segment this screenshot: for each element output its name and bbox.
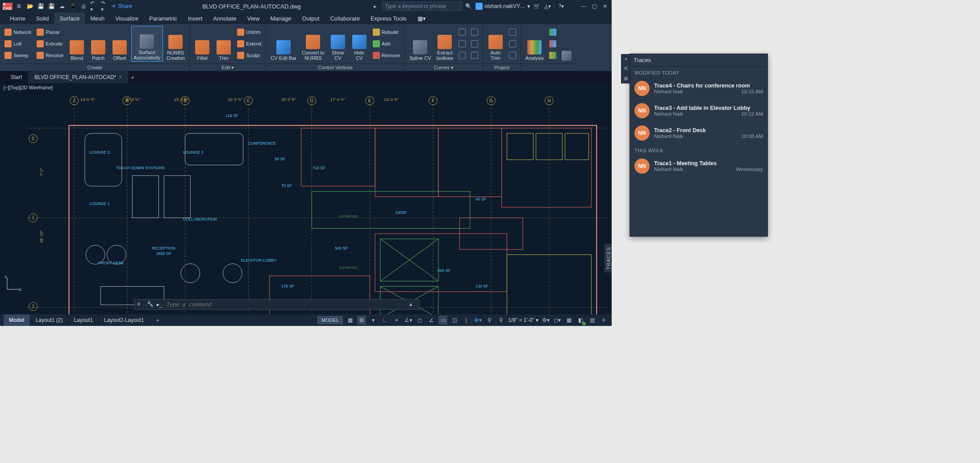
- app-menu-button[interactable]: A CAD: [3, 3, 13, 10]
- palette-pin-icon[interactable]: ⇱: [621, 64, 630, 73]
- cleanscreen-icon[interactable]: ◧: [576, 316, 585, 325]
- saveas-icon[interactable]: 💾: [47, 2, 55, 10]
- ucs-icon[interactable]: XY: [4, 275, 21, 293]
- analysis-tool-1[interactable]: [547, 27, 558, 38]
- tab-parametric[interactable]: Parametric: [144, 13, 183, 24]
- share-button[interactable]: ✈Share: [112, 3, 132, 9]
- scale-display[interactable]: 1/8" = 1'-0" ▾: [508, 317, 538, 323]
- tab-solid[interactable]: Solid: [31, 13, 54, 24]
- project-tool-1[interactable]: [507, 27, 518, 38]
- sculpt-button[interactable]: Sculpt: [235, 50, 263, 61]
- project-tool-3[interactable]: [507, 50, 518, 61]
- command-expand-icon[interactable]: ▴: [409, 301, 417, 308]
- patch-button[interactable]: Patch: [88, 26, 108, 62]
- add-cv-button[interactable]: Add: [371, 38, 402, 49]
- surface-associativity-button[interactable]: SurfaceAssociativity: [131, 26, 163, 62]
- extrude-button[interactable]: Extrude: [35, 38, 65, 49]
- loft-button[interactable]: Loft: [3, 38, 33, 49]
- annoscale-icon[interactable]: ⚲: [496, 316, 505, 325]
- tab-output[interactable]: Output: [296, 13, 325, 24]
- layout-tab-2[interactable]: Layout1: [68, 314, 99, 326]
- command-customize-icon[interactable]: 🔧: [147, 301, 154, 308]
- layout-tab-1[interactable]: Layout1 (2): [30, 314, 69, 326]
- doctab-new-button[interactable]: ＋: [128, 74, 137, 81]
- trace-item-2[interactable]: NN Trace2 - Front Desk Nishant Naik10:08…: [630, 122, 767, 144]
- osnap-icon[interactable]: ◻: [415, 316, 424, 325]
- palette-settings-icon[interactable]: ⚙: [621, 74, 630, 83]
- menu-icon[interactable]: ≡: [599, 316, 608, 325]
- rebuild-button[interactable]: Rebuild: [371, 27, 402, 38]
- trace-item-4[interactable]: NN Trace4 - Chairs for conference room N…: [630, 77, 767, 100]
- traces-side-tab[interactable]: TRACES: [604, 244, 612, 273]
- tab-annotate[interactable]: Annotate: [208, 13, 242, 24]
- doctab-active[interactable]: BLVD OFFICE_PLAN-AUTOCAD*×: [28, 71, 128, 83]
- mobile-icon[interactable]: 📱: [69, 2, 77, 10]
- gear-icon[interactable]: ⚙▾: [541, 316, 550, 325]
- layout-tab-new[interactable]: ＋: [150, 314, 166, 326]
- search-input[interactable]: Type a keyword or phrase: [382, 2, 462, 11]
- help-icon[interactable]: ?▾: [557, 2, 565, 10]
- curve-tool-1[interactable]: [457, 27, 467, 38]
- tab-insert[interactable]: Insert: [183, 13, 208, 24]
- transparency-icon[interactable]: ◫: [450, 316, 459, 325]
- tab-manage[interactable]: Manage: [265, 13, 296, 24]
- command-history-icon[interactable]: ≡: [137, 301, 144, 308]
- auto-trim-button[interactable]: AutoTrim: [486, 26, 505, 62]
- redo-icon[interactable]: ↷ ▾: [101, 2, 109, 10]
- undo-icon[interactable]: ↶ ▾: [90, 2, 98, 10]
- tab-expresstools[interactable]: Express Tools: [365, 13, 412, 24]
- planar-button[interactable]: Planar: [35, 27, 65, 38]
- polar-icon[interactable]: ⌖: [392, 316, 401, 325]
- spline-cv-button[interactable]: Spline CV: [408, 26, 433, 62]
- isolate-icon[interactable]: ◻▾: [553, 316, 562, 325]
- layout-tab-model[interactable]: Model: [4, 314, 30, 326]
- snapmode-icon[interactable]: ⊞: [357, 316, 366, 325]
- curve-tool-6[interactable]: [469, 50, 480, 61]
- isodraft-icon[interactable]: ∠▾: [404, 316, 413, 325]
- panel-edit-title[interactable]: Edit ▾: [190, 63, 266, 71]
- cart-icon[interactable]: 🛒: [533, 2, 541, 10]
- tab-mesh[interactable]: Mesh: [85, 13, 110, 24]
- plot-icon[interactable]: 🖨: [79, 2, 88, 10]
- new-icon[interactable]: 🗎: [15, 2, 23, 10]
- curve-tool-2[interactable]: [457, 38, 467, 49]
- analysis-button[interactable]: Analysis: [524, 26, 546, 62]
- curve-tool-4[interactable]: [469, 27, 480, 38]
- command-input[interactable]: [165, 301, 407, 308]
- hide-cv-button[interactable]: HideCV: [350, 26, 369, 62]
- tab-view[interactable]: View: [242, 13, 265, 24]
- tab-featured[interactable]: ▦▾: [412, 13, 431, 24]
- palette-close-icon[interactable]: ×: [621, 54, 630, 63]
- fillet-button[interactable]: Fillet: [192, 26, 212, 62]
- open-icon[interactable]: 📂: [26, 2, 34, 10]
- show-cv-button[interactable]: ShowCV: [328, 26, 348, 62]
- convert-nurbs-button[interactable]: Convert toNURBS: [300, 26, 326, 62]
- view-controls-label[interactable]: [−][Top][2D Wireframe]: [4, 85, 53, 90]
- cv-edit-bar-button[interactable]: CV Edit Bar: [269, 26, 298, 62]
- curve-tool-5[interactable]: [469, 38, 480, 49]
- panel-curves-title[interactable]: Curves ▾: [405, 63, 483, 71]
- sweep-button[interactable]: Sweep: [3, 50, 33, 61]
- save-icon[interactable]: 💾: [37, 2, 45, 10]
- maximize-icon[interactable]: ▢: [590, 2, 598, 10]
- trim-button[interactable]: Trim: [214, 26, 234, 62]
- analysis-more-button[interactable]: [560, 26, 573, 62]
- extend-button[interactable]: Extend: [235, 38, 263, 49]
- minimize-icon[interactable]: —: [580, 2, 588, 10]
- analysis-tool-3[interactable]: [547, 50, 558, 61]
- network-button[interactable]: Network: [3, 27, 33, 38]
- title-play-icon[interactable]: ▸: [371, 2, 379, 10]
- grid-icon[interactable]: ▦: [346, 316, 354, 325]
- app-switcher-icon[interactable]: ◬▾: [543, 2, 551, 10]
- cloud-open-icon[interactable]: ☁: [58, 2, 66, 10]
- tab-visualize[interactable]: Visualize: [110, 13, 144, 24]
- customize-icon[interactable]: ▤: [588, 316, 596, 325]
- command-line[interactable]: ≡ 🔧 ▸_ ▴: [134, 299, 420, 310]
- nurbs-creation-button[interactable]: NURBSCreation: [165, 26, 187, 62]
- trace-item-3[interactable]: NN Trace3 - Add table in Elevator Lobby …: [630, 100, 767, 122]
- search-icon[interactable]: 🔍: [465, 2, 473, 10]
- snap-dropdown-icon[interactable]: ▾: [369, 316, 378, 325]
- doctab-close-icon[interactable]: ×: [119, 74, 122, 80]
- lineweight-icon[interactable]: ▭: [438, 316, 447, 325]
- ortho-icon[interactable]: ∟: [380, 316, 389, 325]
